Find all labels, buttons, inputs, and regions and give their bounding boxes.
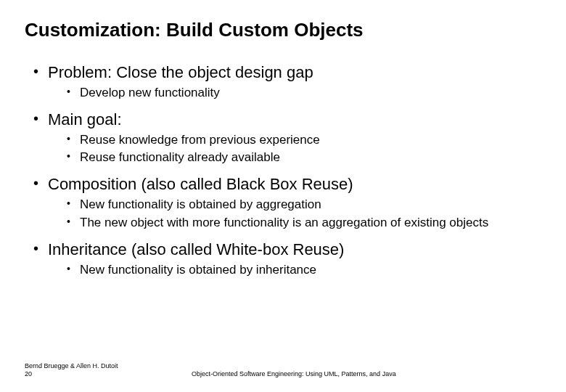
list-item-label: The new object with more functionality i… — [80, 216, 488, 229]
sub-list: New functionality is obtained by inherit… — [48, 262, 541, 279]
list-item: Reuse functionality already available — [67, 150, 541, 166]
footer-left: Bernd Bruegge & Allen H. Dutoit 20 — [25, 362, 170, 379]
list-item-label: Reuse functionality already available — [80, 150, 280, 164]
footer-authors: Bernd Bruegge & Allen H. Dutoit — [25, 362, 118, 369]
list-item: Develop new functionality — [67, 85, 541, 102]
list-item-label: Problem: Close the object design gap — [48, 63, 313, 81]
list-item: Problem: Close the object design gap Dev… — [32, 62, 541, 102]
list-item: Composition (also called Black Box Reuse… — [32, 173, 541, 232]
slide: Customization: Build Custom Objects Prob… — [0, 0, 566, 392]
list-item: Main goal: Reuse knowledge from previous… — [32, 109, 541, 167]
bullet-list: Problem: Close the object design gap Dev… — [25, 62, 541, 278]
list-item: Inheritance (also called White-box Reuse… — [32, 239, 541, 279]
list-item-label: Composition (also called Black Box Reuse… — [48, 175, 353, 193]
slide-title: Customization: Build Custom Objects — [25, 19, 541, 41]
list-item-label: Main goal: — [48, 110, 122, 128]
list-item-label: Reuse knowledge from previous experience — [80, 133, 320, 147]
footer-center: Object-Oriented Software Engineering: Us… — [170, 370, 541, 379]
sub-list: Reuse knowledge from previous experience… — [48, 132, 541, 167]
list-item-label: Inheritance (also called White-box Reuse… — [48, 240, 344, 258]
footer-book-title: Object-Oriented Software Engineering: Us… — [192, 370, 396, 377]
sub-list: Develop new functionality — [48, 85, 541, 102]
footer-page-number: 20 — [25, 370, 32, 377]
list-item-label: New functionality is obtained by aggrega… — [80, 197, 321, 211]
list-item: New functionality is obtained by aggrega… — [67, 197, 541, 213]
slide-footer: Bernd Bruegge & Allen H. Dutoit 20 Objec… — [25, 362, 541, 379]
list-item: The new object with more functionality i… — [67, 215, 541, 232]
list-item: Reuse knowledge from previous experience — [67, 132, 541, 149]
sub-list: New functionality is obtained by aggrega… — [48, 197, 541, 232]
list-item: New functionality is obtained by inherit… — [67, 262, 541, 279]
list-item-label: Develop new functionality — [80, 86, 220, 99]
list-item-label: New functionality is obtained by inherit… — [80, 263, 316, 277]
